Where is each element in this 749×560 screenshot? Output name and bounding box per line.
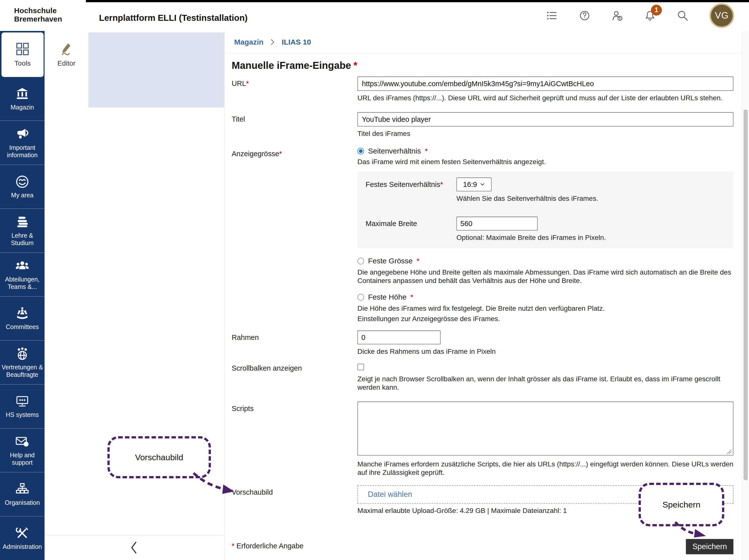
radio-option-feste-hoehe: Feste Höhe *	[358, 293, 733, 301]
scrollbalken-checkbox[interactable]	[358, 364, 364, 370]
scripts-help: Manche iFrames erfordern zusätzliche Scr…	[358, 460, 733, 477]
url-input[interactable]	[358, 77, 733, 91]
editor-preview-placeholder	[88, 33, 224, 107]
rahmen-row: Rahmen Dicke des Rahmens um das iFrame i…	[232, 330, 733, 356]
resize-grip-icon[interactable]	[726, 449, 732, 455]
chevron-right-icon	[270, 38, 275, 46]
sidebar-item-label: Important information	[1, 144, 44, 159]
titel-input[interactable]	[358, 112, 733, 127]
maximale-breite-row: Maximale Breite Optional: Maximale Breit…	[366, 217, 726, 242]
url-label: URL*	[232, 77, 358, 102]
sidebar-item-label: Organisation	[5, 499, 40, 506]
vorschaubild-label: Vorschaubild	[232, 485, 358, 515]
pencil-icon	[60, 42, 73, 56]
sidebar-item-abteilungen-teams[interactable]: Abteilungen, Teams &...	[0, 253, 45, 296]
vorschaubild-annotation-callout: Vorschaubild	[107, 436, 211, 478]
scripts-label: Scripts	[232, 402, 358, 477]
radio-seitenverhaeltnis[interactable]	[358, 148, 364, 154]
seitenverhaeltnis-help: Das iFrame wird mit einem festen Seitenv…	[358, 158, 733, 166]
megaphone-icon	[15, 127, 29, 142]
sidebar-item-label: Magazin	[10, 104, 34, 111]
form-footer: * Erforderliche Angabe Speichern	[232, 539, 733, 554]
scrollbalken-help: Zeigt je nach Browser Scrollbalken an, w…	[358, 375, 733, 392]
rahmen-label: Rahmen	[232, 330, 358, 356]
main-content: Magazin ILIAS 10 Manuelle iFrame-Eingabe…	[224, 31, 742, 560]
svg-text:?: ?	[25, 442, 27, 446]
university-logo: Hochschule Bremerhaven	[14, 6, 62, 23]
sidebar-item-help-support[interactable]: ? Help and support	[0, 428, 45, 472]
app-header: Hochschule Bremerhaven Lernplattform ELL…	[0, 0, 749, 31]
scrollbalken-row: Scrollbalken anzeigen Zeigt je nach Brow…	[232, 364, 733, 392]
scrollbar-thumb[interactable]	[744, 109, 748, 480]
sidebar-item-label: Abteilungen, Teams &...	[1, 276, 44, 290]
maximale-breite-label: Maximale Breite	[366, 217, 456, 242]
books-icon	[15, 215, 29, 229]
sidebar-item-organisation[interactable]: Organisation	[0, 472, 45, 516]
help-icon[interactable]	[579, 10, 591, 22]
users-icon	[15, 259, 29, 273]
monitor-icon	[15, 394, 29, 408]
globe-users-icon	[15, 347, 29, 361]
collapse-panel-button[interactable]	[129, 541, 138, 555]
editor-panel: Editor	[45, 31, 224, 560]
rahmen-input[interactable]	[358, 330, 441, 344]
save-button[interactable]: Speichern	[686, 539, 733, 554]
org-chart-icon	[15, 482, 29, 496]
titel-row: Titel Titel des iFrames	[232, 112, 733, 138]
sidebar-item-label: Help and support	[1, 451, 44, 466]
radio-option-seitenverhaeltnis: Seitenverhältnis *	[358, 147, 733, 155]
maximale-breite-help: Optional: Maximale Breite des iFrames in…	[456, 234, 726, 242]
maximale-breite-input[interactable]	[456, 217, 538, 231]
aspect-ratio-help: Wählen Sie das Seitenverhältnis des iFra…	[456, 194, 726, 203]
feste-groesse-help: Die angegebene Höhe und Breite gelten al…	[358, 268, 733, 285]
breadcrumb: Magazin ILIAS 10	[224, 31, 742, 53]
logo-line1: Hochschule	[14, 6, 62, 15]
bank-icon	[15, 87, 29, 101]
user-status-icon[interactable]	[612, 10, 623, 22]
sidebar-item-hs-systems[interactable]: HS systems	[0, 384, 45, 428]
feste-hoehe-help: Die Höhe des iFrames wird fix festgelegt…	[358, 304, 733, 313]
page-title: Lernplattform ELLI (Testinstallation)	[99, 13, 248, 23]
sidebar-item-administration[interactable]: Administration	[0, 516, 45, 560]
choose-file-button[interactable]: Datei wählen	[368, 490, 412, 499]
list-icon[interactable]	[546, 10, 558, 22]
search-icon[interactable]	[677, 10, 689, 22]
required-note: * Erforderliche Angabe	[232, 539, 303, 550]
sidebar-item-label: Committees	[6, 323, 39, 330]
tab-editor[interactable]: Editor	[45, 33, 88, 77]
sidebar-item-lehre-studium[interactable]: Lehre & Studium	[0, 209, 45, 252]
chevron-down-icon	[480, 183, 485, 186]
tab-tools-label: Tools	[14, 59, 30, 67]
anzeigegroesse-row: Anzeigegrösse* Seitenverhältnis * Das iF…	[232, 147, 733, 323]
breadcrumb-ilias10[interactable]: ILIAS 10	[282, 38, 311, 46]
notifications-bell-icon[interactable]: 1	[644, 10, 656, 22]
scrollbalken-label: Scrollbalken anzeigen	[232, 364, 358, 392]
sidebar-item-label: My area	[11, 191, 34, 199]
sidebar-item-my-area[interactable]: My area	[0, 165, 45, 209]
scrollbar-track[interactable]	[742, 31, 749, 560]
sidebar-item-important-information[interactable]: Important information	[0, 121, 45, 165]
breadcrumb-magazin[interactable]: Magazin	[234, 38, 263, 46]
tab-tools[interactable]: Tools	[1, 33, 44, 77]
avatar[interactable]: VG	[709, 3, 734, 28]
url-help: URL des iFrames (https://...). Diese URL…	[358, 94, 733, 102]
sidebar-item-magazin[interactable]: Magazin	[0, 77, 45, 121]
tab-editor-label: Editor	[58, 59, 76, 67]
logo-line2: Bremerhaven	[14, 15, 62, 23]
radio-feste-groesse[interactable]	[358, 258, 364, 264]
iframe-form: Manuelle iFrame-Eingabe* URL* URL des iF…	[224, 60, 742, 515]
scripts-textarea[interactable]	[358, 402, 733, 455]
header-actions: 1 VG	[546, 0, 734, 31]
radio-feste-hoehe[interactable]	[358, 294, 364, 301]
notification-badge: 1	[651, 5, 662, 16]
titel-help: Titel des iFrames	[358, 129, 733, 138]
speichern-annotation-callout: Speichern	[639, 483, 724, 526]
scripts-row: Scripts Manche iFrames erfordern zusätzl…	[232, 402, 733, 477]
radio-option-feste-groesse: Feste Grösse *	[358, 257, 733, 265]
aspect-ratio-select[interactable]: 16:9	[456, 177, 492, 191]
main-sidebar: Magazin Important information My area Le…	[0, 31, 45, 560]
sidebar-item-vertretungen-beauftragte[interactable]: Vertretungen & Beauftragte	[0, 340, 45, 384]
sidebar-item-committees[interactable]: Committees	[0, 296, 45, 340]
crossed-tools-icon	[15, 526, 29, 540]
panel-divider	[45, 535, 224, 535]
